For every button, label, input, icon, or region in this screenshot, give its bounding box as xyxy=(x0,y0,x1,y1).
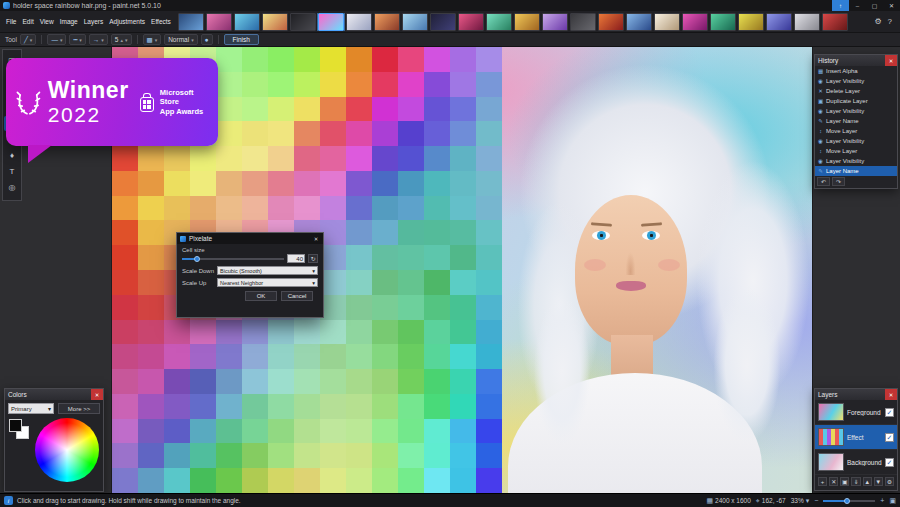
text-tool-icon[interactable]: T xyxy=(4,164,20,179)
brush-width-stepper[interactable]: 5 ▴ ▾ xyxy=(111,34,132,45)
history-item[interactable]: ▦Insert Alpha xyxy=(815,66,897,76)
antialiasing-toggle[interactable]: ● xyxy=(201,34,213,45)
scale-up-selector[interactable]: Nearest Neighbor ▾ xyxy=(217,278,318,287)
cancel-button[interactable]: Cancel xyxy=(281,291,313,301)
history-item[interactable]: ✎Layer Name xyxy=(815,166,897,176)
image-thumbnail[interactable] xyxy=(794,13,820,31)
scale-down-selector[interactable]: Bicubic (Smooth) ▾ xyxy=(217,266,318,275)
menu-effects[interactable]: Effects xyxy=(148,11,174,33)
image-thumbnail[interactable] xyxy=(430,13,456,31)
menu-image[interactable]: Image xyxy=(57,11,81,33)
color-wheel[interactable] xyxy=(35,418,99,482)
layer-row[interactable]: Effect✓ xyxy=(815,425,897,450)
colors-panel-titlebar[interactable]: Colors ✕ xyxy=(5,389,103,400)
help-icon[interactable]: ? xyxy=(888,17,892,26)
merge-layer-down-icon[interactable]: ⇓ xyxy=(851,477,860,486)
slider-thumb[interactable] xyxy=(194,256,200,262)
image-thumbnail[interactable] xyxy=(346,13,372,31)
move-layer-up-icon[interactable]: ▲ xyxy=(863,477,872,486)
blend-mode-selector[interactable]: Normal ▾ xyxy=(164,34,197,45)
history-item[interactable]: ✎Layer Name xyxy=(815,116,897,126)
image-thumbnail[interactable] xyxy=(318,13,344,31)
layers-panel-titlebar[interactable]: Layers ✕ xyxy=(815,389,897,400)
gear-icon[interactable]: ⚙ xyxy=(874,17,881,26)
image-thumbnail[interactable] xyxy=(262,13,288,31)
history-item[interactable]: ◉Layer Visibility xyxy=(815,106,897,116)
layer-visible-checkbox[interactable]: ✓ xyxy=(885,458,894,467)
image-thumbnail[interactable] xyxy=(710,13,736,31)
update-available-icon[interactable]: ↑ xyxy=(832,0,849,11)
line-end-cap-selector[interactable]: → ▾ xyxy=(89,34,108,45)
cell-size-slider[interactable] xyxy=(182,255,284,263)
menu-layers[interactable]: Layers xyxy=(81,11,107,33)
image-thumbnail[interactable] xyxy=(178,13,204,31)
add-layer-icon[interactable]: + xyxy=(818,477,827,486)
finish-button[interactable]: Finish xyxy=(224,34,259,45)
image-thumbnail[interactable] xyxy=(626,13,652,31)
image-thumbnail[interactable] xyxy=(654,13,680,31)
menu-edit[interactable]: Edit xyxy=(19,11,36,33)
layer-properties-icon[interactable]: ⚙ xyxy=(885,477,894,486)
ok-button[interactable]: OK xyxy=(245,291,277,301)
reset-icon[interactable]: ↻ xyxy=(308,254,318,263)
close-icon[interactable]: ✕ xyxy=(91,389,103,400)
history-item[interactable]: ↕Move Layer xyxy=(815,146,897,156)
image-thumbnail[interactable] xyxy=(234,13,260,31)
layer-visible-checkbox[interactable]: ✓ xyxy=(885,408,894,417)
redo-icon[interactable]: ↷ xyxy=(832,177,845,186)
move-layer-down-icon[interactable]: ▼ xyxy=(874,477,883,486)
tool-selector[interactable]: ╱ ▾ xyxy=(20,34,36,45)
image-thumbnail[interactable] xyxy=(682,13,708,31)
close-icon[interactable]: ✕ xyxy=(885,389,897,400)
image-thumbnail[interactable] xyxy=(514,13,540,31)
image-thumbnail[interactable] xyxy=(374,13,400,31)
menu-adjustments[interactable]: Adjustments xyxy=(106,11,148,33)
history-item[interactable]: ◉Layer Visibility xyxy=(815,76,897,86)
image-thumbnail[interactable] xyxy=(822,13,848,31)
line-start-cap-selector[interactable]: — ▾ xyxy=(47,34,66,45)
colors-more-button[interactable]: More >> xyxy=(58,403,100,414)
menu-view[interactable]: View xyxy=(37,11,57,33)
zoom-slider[interactable] xyxy=(823,497,875,505)
layer-row[interactable]: Background✓ xyxy=(815,450,897,475)
zoom-level-selector[interactable]: 33% ▾ xyxy=(791,497,810,505)
close-button[interactable]: ✕ xyxy=(883,0,900,11)
history-item[interactable]: ▣Duplicate Layer xyxy=(815,96,897,106)
zoom-out-icon[interactable]: − xyxy=(814,497,818,504)
zoom-in-icon[interactable]: + xyxy=(880,497,884,504)
pixelate-dialog-titlebar[interactable]: Pixelate ✕ xyxy=(177,233,323,244)
color-picker-tool-icon[interactable]: ◎ xyxy=(4,180,20,195)
menu-file[interactable]: File xyxy=(3,11,19,33)
maximize-button[interactable]: ▢ xyxy=(866,0,883,11)
line-dash-selector[interactable]: ┅ ▾ xyxy=(69,34,85,45)
image-thumbnail[interactable] xyxy=(458,13,484,31)
history-panel-titlebar[interactable]: History ✕ xyxy=(815,55,897,66)
close-icon[interactable]: ✕ xyxy=(309,233,323,244)
zoom-fit-icon[interactable]: ▣ xyxy=(889,497,896,505)
clone-stamp-tool-icon[interactable]: ♦ xyxy=(4,148,20,163)
history-item[interactable]: ✕Delete Layer xyxy=(815,86,897,96)
history-item[interactable]: ◉Layer Visibility xyxy=(815,136,897,146)
primary-color-swatch[interactable] xyxy=(9,419,22,432)
image-thumbnail[interactable] xyxy=(290,13,316,31)
image-thumbnail[interactable] xyxy=(206,13,232,31)
image-thumbnail[interactable] xyxy=(598,13,624,31)
duplicate-layer-icon[interactable]: ▣ xyxy=(840,477,849,486)
history-item[interactable]: ◉Layer Visibility xyxy=(815,156,897,166)
color-mode-selector[interactable]: Primary ▾ xyxy=(8,403,54,414)
image-thumbnail[interactable] xyxy=(766,13,792,31)
image-thumbnail[interactable] xyxy=(570,13,596,31)
minimize-button[interactable]: – xyxy=(849,0,866,11)
image-thumbnail[interactable] xyxy=(486,13,512,31)
image-thumbnail[interactable] xyxy=(402,13,428,31)
image-thumbnail[interactable] xyxy=(738,13,764,31)
cell-size-input[interactable]: 40 xyxy=(287,254,305,263)
undo-icon[interactable]: ↶ xyxy=(817,177,830,186)
layer-visible-checkbox[interactable]: ✓ xyxy=(885,433,894,442)
image-thumbnail[interactable] xyxy=(542,13,568,31)
delete-layer-icon[interactable]: ✕ xyxy=(829,477,838,486)
close-icon[interactable]: ✕ xyxy=(885,55,897,66)
fill-style-selector[interactable]: ▩ ▾ xyxy=(143,34,162,45)
layer-row[interactable]: Foreground✓ xyxy=(815,400,897,425)
slider-thumb[interactable] xyxy=(844,498,850,504)
